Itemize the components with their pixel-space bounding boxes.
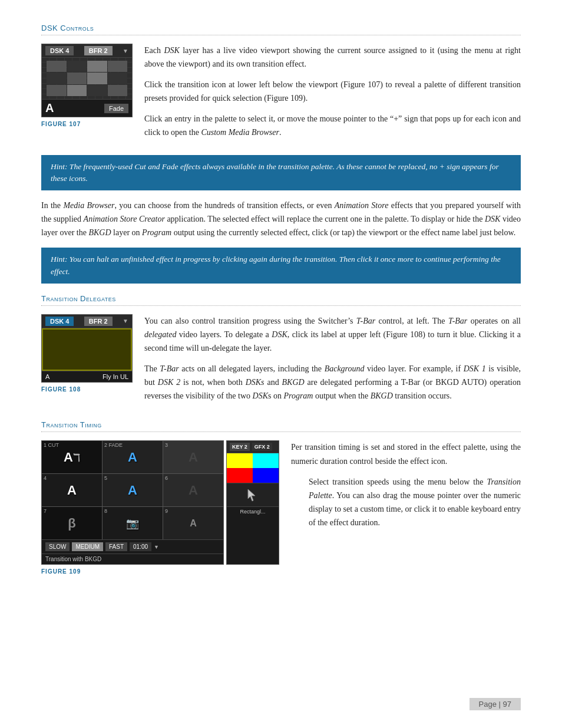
cell-label-1: 1 CUT bbox=[44, 442, 59, 448]
dsk-viewport-107[interactable] bbox=[42, 58, 132, 99]
dsk-body3: Click an entry in the palette to select … bbox=[144, 112, 521, 139]
cell-label-2: 2 FADE bbox=[104, 442, 123, 448]
flyin-btn-108[interactable]: Fly In UL bbox=[103, 373, 128, 380]
dsk-controls-section: DSK Controls DSK 4 BFR 2 ▼ bbox=[41, 24, 521, 284]
palette-cell-8[interactable]: 8 📷 bbox=[103, 507, 163, 539]
dsk-panel-107: DSK 4 BFR 2 ▼ bbox=[41, 44, 133, 117]
page-number: Page | 97 bbox=[470, 698, 521, 710]
cell2-ab: A bbox=[128, 450, 137, 465]
hint-text-1: Hint: The frequently-used Cut and Fade e… bbox=[51, 162, 499, 183]
cell6-ab: A bbox=[189, 483, 198, 498]
medium-btn[interactable]: MEDIUM bbox=[72, 542, 103, 551]
dsk-viewport-108[interactable] bbox=[42, 328, 132, 371]
color-yellow bbox=[227, 453, 253, 468]
dsk-body1: Each DSK layer has a live video viewport… bbox=[144, 44, 521, 71]
figure109-block: 1 CUT Aℸ 2 FADE A 3 A bbox=[41, 440, 279, 575]
figure107-block: DSK 4 BFR 2 ▼ bbox=[41, 44, 133, 127]
cell1-ab: Aℸ bbox=[64, 450, 80, 465]
dsk4-tab-108[interactable]: DSK 4 bbox=[45, 317, 74, 326]
hint-box-1: Hint: The frequently-used Cut and Fade e… bbox=[41, 155, 521, 191]
delegates-body2: The T-Bar acts on all delegated layers, … bbox=[144, 362, 521, 403]
fast-btn[interactable]: FAST bbox=[105, 542, 127, 551]
dsk-panel-108: DSK 4 BFR 2 ▼ A Fly In UL bbox=[41, 314, 133, 383]
figure107-text: Each DSK layer has a live video viewport… bbox=[144, 44, 521, 147]
bkgd-label-row: Transition with BKGD bbox=[42, 554, 223, 564]
bkgd-label: Transition with BKGD bbox=[45, 556, 101, 562]
figure108-text: You can also control transition progress… bbox=[144, 314, 521, 410]
bfr2-tab-108[interactable]: BFR 2 bbox=[84, 317, 113, 326]
dsk-controls-heading: DSK Controls bbox=[41, 24, 521, 35]
cell5-ab: A bbox=[128, 483, 137, 498]
cell-label-9: 9 bbox=[165, 508, 168, 514]
vp-b8 bbox=[108, 73, 128, 84]
vp-b1 bbox=[47, 61, 67, 72]
palette-cell-1[interactable]: 1 CUT Aℸ bbox=[42, 441, 102, 473]
transition-delegates-section: Transition Delegates DSK 4 BFR 2 ▼ A Fly… bbox=[41, 294, 521, 410]
transition-delegates-heading: Transition Delegates bbox=[41, 294, 521, 306]
gfx2-tab[interactable]: GFX 2 bbox=[252, 443, 272, 451]
dsk-body4: In the Media Browser, you can choose fro… bbox=[41, 199, 521, 239]
vp-b12 bbox=[108, 85, 128, 96]
vp-b7 bbox=[87, 73, 107, 84]
transition-palette-109: 1 CUT Aℸ 2 FADE A 3 A bbox=[41, 440, 224, 565]
side-panel-colors bbox=[227, 453, 279, 483]
duration-display[interactable]: 01:00 bbox=[130, 542, 151, 551]
vp-b4 bbox=[108, 61, 128, 72]
vp-b9 bbox=[47, 85, 67, 96]
figure109-text: Per transition timing is set and stored … bbox=[291, 440, 521, 536]
dsk-panel-header-107: DSK 4 BFR 2 ▼ bbox=[42, 44, 132, 58]
transition-timing-heading: Transition Timing bbox=[41, 420, 521, 432]
page-container: DSK Controls DSK 4 BFR 2 ▼ bbox=[0, 0, 562, 728]
hint-box-2: Hint: You can halt an unfinished effect … bbox=[41, 248, 521, 284]
vp-b11 bbox=[87, 85, 107, 96]
palette-cell-6[interactable]: 6 A bbox=[163, 474, 223, 506]
figure108-caption: FIGURE 108 bbox=[41, 386, 133, 393]
hint-text-2: Hint: You can halt an unfinished effect … bbox=[51, 255, 501, 275]
figure109-panels: 1 CUT Aℸ 2 FADE A 3 A bbox=[41, 440, 279, 565]
palette-cell-2[interactable]: 2 FADE A bbox=[103, 441, 163, 473]
vp-b6 bbox=[67, 73, 87, 84]
figure107-caption: FIGURE 107 bbox=[41, 121, 133, 127]
cell-label-4: 4 bbox=[44, 475, 47, 481]
cell-label-3: 3 bbox=[165, 442, 168, 448]
transition-timing-section: Transition Timing 1 CUT Aℸ 2 bbox=[41, 420, 521, 575]
bfr2-tab[interactable]: BFR 2 bbox=[84, 46, 113, 55]
cell-label-7: 7 bbox=[44, 508, 47, 514]
palette-footer: SLOW MEDIUM FAST 01:00 ▼ bbox=[42, 539, 223, 554]
figure109-row: 1 CUT Aℸ 2 FADE A 3 A bbox=[41, 440, 521, 575]
color-cyan bbox=[253, 453, 279, 468]
palette-cell-7[interactable]: 7 β bbox=[42, 507, 102, 539]
side-panel-109: KEY 2 GFX 2 bbox=[226, 440, 279, 565]
figure108-row: DSK 4 BFR 2 ▼ A Fly In UL FIGURE 108 You… bbox=[41, 314, 521, 410]
timing-body2: Select transition speeds using the menu … bbox=[291, 475, 521, 529]
palette-grid: 1 CUT Aℸ 2 FADE A 3 A bbox=[42, 441, 223, 539]
vp-b3 bbox=[87, 61, 107, 72]
fade-btn-107[interactable]: Fade bbox=[104, 104, 128, 113]
figure108-block: DSK 4 BFR 2 ▼ A Fly In UL FIGURE 108 bbox=[41, 314, 133, 393]
cursor-icon bbox=[227, 483, 279, 506]
dropdown-arrow-icon-108[interactable]: ▼ bbox=[123, 318, 128, 324]
color-red bbox=[227, 468, 253, 483]
key2-tab[interactable]: KEY 2 bbox=[230, 443, 250, 451]
viewport-content bbox=[47, 61, 127, 96]
color-blue bbox=[253, 468, 279, 483]
dsk4-tab[interactable]: DSK 4 bbox=[45, 46, 74, 55]
vp-b5 bbox=[47, 73, 67, 84]
palette-cell-3[interactable]: 3 A bbox=[163, 441, 223, 473]
cell-label-5: 5 bbox=[104, 475, 107, 481]
cell8-ab: 📷 bbox=[126, 517, 139, 530]
dropdown-arrow-icon[interactable]: ▼ bbox=[123, 48, 128, 54]
cell-label-8: 8 bbox=[104, 508, 107, 514]
vp-b2 bbox=[67, 61, 87, 72]
svg-marker-0 bbox=[248, 489, 255, 501]
palette-cell-5[interactable]: 5 A bbox=[103, 474, 163, 506]
dsk-footer-107: A Fade bbox=[42, 99, 132, 117]
palette-cell-4[interactable]: 4 A bbox=[42, 474, 102, 506]
delegates-body1: You can also control transition progress… bbox=[144, 314, 521, 355]
cell7-b: β bbox=[68, 516, 75, 531]
vp-b10 bbox=[67, 85, 87, 96]
palette-cell-9[interactable]: 9 A bbox=[163, 507, 223, 539]
slow-btn[interactable]: SLOW bbox=[45, 542, 70, 551]
letter-a-107: A bbox=[45, 101, 54, 115]
cell-label-6: 6 bbox=[165, 475, 168, 481]
